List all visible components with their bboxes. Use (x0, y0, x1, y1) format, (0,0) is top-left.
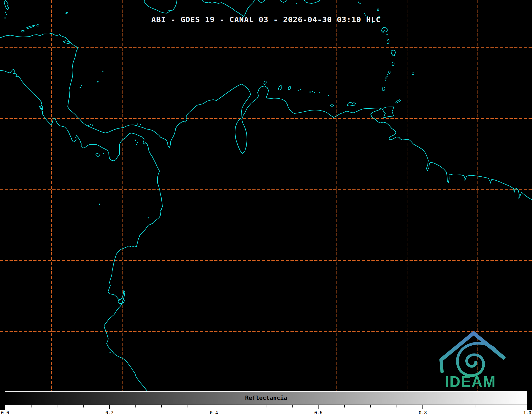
coastline-caribbean-mainland-coast (0, 33, 532, 200)
island-dot-pearl-island-2 (137, 142, 138, 143)
island-dot-providencia (102, 71, 103, 72)
island-dot-la-orchila (319, 92, 320, 93)
island-dot-pearl-island-1 (135, 140, 136, 141)
colorbar-minor-tick (266, 405, 266, 407)
map-area: IDEAM ABI - GOES 19 - CANAL 03 - 2026-04… (0, 0, 532, 410)
coastline-pacific-coast (0, 69, 162, 391)
colorbar-minor-tick (57, 405, 57, 407)
satellite-image-viewer: IDEAM ABI - GOES 19 - CANAL 03 - 2026-04… (0, 0, 532, 417)
island-dot-cebaco (103, 153, 104, 154)
colorbar-tick-label: 0.8 (419, 410, 427, 415)
island-dot-lobos (110, 352, 111, 353)
island-dot-mona (296, 3, 297, 4)
island-dot-gorgona (148, 217, 149, 218)
colorbar-minor-tick (188, 405, 188, 407)
island-dot-grenadine-2 (385, 77, 387, 79)
island-dot-st-kitts-1 (364, 13, 365, 14)
coastline-puerto-rico-south-coast (304, 0, 320, 3)
colorbar-major-tick (527, 405, 528, 409)
island-dominica (387, 39, 390, 44)
logo-mountain-base-icon (441, 360, 442, 372)
island-la-tortuga (330, 105, 334, 106)
colorbar-minor-tick (83, 405, 84, 407)
colorbar-minor-tick (135, 405, 136, 407)
island-dot-st-martin (360, 3, 361, 4)
island-dot-marie-galante (387, 34, 388, 35)
island-dot-anguilla (358, 2, 359, 3)
island-dot-malpelo (99, 204, 100, 205)
island-dot-san-blas-islet-1 (137, 123, 138, 125)
colorbar-tick-label: 0.2 (105, 410, 113, 415)
logo-text: IDEAM (445, 373, 496, 390)
island-st-vincent (389, 71, 390, 74)
colorbar-major-tick (5, 405, 5, 409)
coastline-hispaniola-south-coast-east (258, 0, 265, 3)
colorbar-major-tick (422, 405, 423, 409)
coastline-belize-cays (4, 0, 9, 10)
colorbar-minor-tick (397, 405, 397, 407)
island-dot-san-blas-islet-2 (140, 124, 141, 125)
colorbar-minor-tick (370, 405, 371, 407)
latlon-gridlines (0, 0, 532, 391)
colorbar-minor-tick (161, 405, 162, 407)
colorbar-minor-tick (501, 405, 501, 407)
map-canvas: IDEAM (0, 0, 532, 410)
coastline-jamaica-coast (144, 0, 177, 13)
island-dot-los-roques-1 (310, 91, 311, 93)
island-dot-grenadine-1 (385, 80, 386, 81)
island-dot-bocas-islet-1 (88, 125, 89, 126)
colorbar-minor-tick (31, 405, 31, 407)
island-grenada (382, 87, 385, 91)
island-dot-corn-island-2 (81, 85, 82, 86)
map-title: ABI - GOES 19 - CANAL 03 - 2026-04-30 03… (0, 15, 532, 24)
island-dot-belize-cay-dot-1 (5, 12, 6, 13)
island-utila (21, 30, 25, 32)
coastline-guadeloupe-island (381, 27, 388, 33)
colorbar-major-tick (214, 405, 214, 409)
island-guanaja (37, 25, 39, 26)
colorbar-tick-label: 0.4 (210, 410, 218, 415)
island-dot-pearl-island-3 (136, 144, 137, 145)
coastline-roatan-island (26, 25, 35, 29)
island-dot-bocas-islet-3 (92, 125, 93, 126)
island-dot-los-roques-3 (314, 92, 315, 93)
island-coiba (96, 153, 100, 157)
island-dot-belize-cay-dot-2 (6, 14, 7, 15)
island-dot-la-blanquilla (328, 95, 329, 96)
island-swan-islands (66, 12, 68, 14)
ideam-logo: IDEAM (441, 333, 505, 390)
island-san-andres (97, 81, 99, 83)
colorbar-minor-tick (292, 405, 293, 407)
island-dot-grenadine-4 (387, 74, 388, 75)
island-dot-grenadine-3 (387, 76, 388, 77)
colorbar-label-strip (0, 410, 532, 417)
island-dot-bocas-islet-2 (90, 124, 91, 125)
coastline-martinique-island (391, 50, 395, 56)
coastlines (0, 0, 532, 391)
island-bonaire (288, 86, 291, 90)
island-barbados (412, 72, 414, 75)
colorbar-tick-label: 0.0 (1, 410, 9, 415)
coastline-hispaniola-south-coast-west (202, 0, 254, 16)
colorbar-major-tick (109, 405, 110, 409)
coastline-margarita-island (347, 102, 356, 106)
colorbar-tick-label: 0.6 (314, 410, 322, 415)
colorbar-minor-tick (344, 405, 345, 407)
colorbar-tick-label: 1.0 (523, 410, 531, 415)
colorbar-minor-tick (449, 405, 449, 407)
island-dot-corn-island-1 (80, 87, 81, 88)
island-barbuda (377, 9, 379, 11)
colorbar-minor-tick (240, 405, 240, 407)
coastline-trinidad-island (383, 107, 394, 118)
colorbar-label: Reflectancia (5, 395, 527, 401)
island-st-lucia (392, 62, 394, 66)
coastline-saona-coast (280, 0, 287, 2)
colorbar-minor-tick (475, 405, 475, 407)
coastline-tobago-island (396, 100, 401, 103)
colorbar-major-tick (318, 405, 319, 409)
island-dot-las-aves-1 (298, 90, 299, 91)
island-curacao (278, 85, 283, 91)
island-dot-las-aves-2 (300, 89, 301, 90)
island-dot-los-roques-2 (312, 91, 313, 92)
